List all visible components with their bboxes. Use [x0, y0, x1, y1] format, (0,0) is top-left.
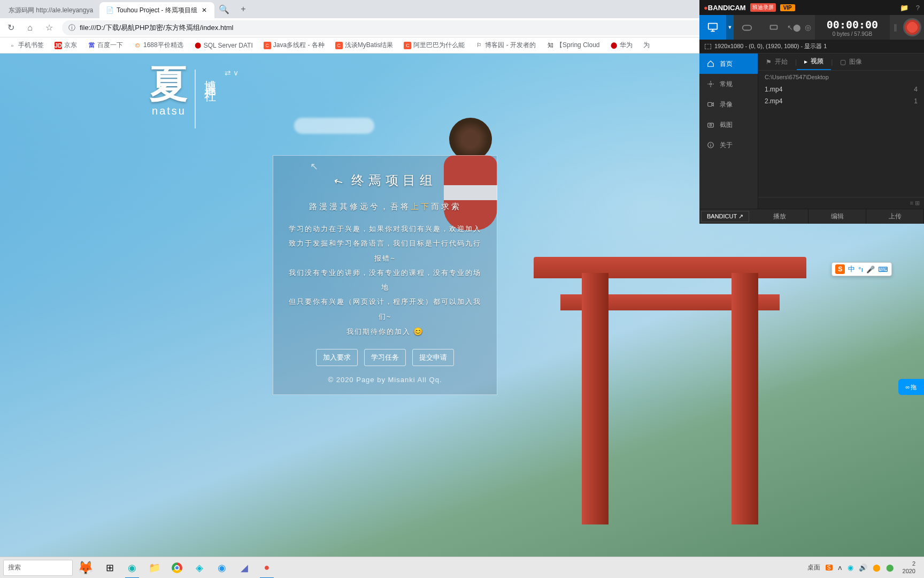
nav-about[interactable]: 关于: [699, 135, 758, 155]
play-button[interactable]: 播放: [751, 209, 808, 224]
browser-tab-1[interactable]: 东源码网 http://ale.leleyangya: [2, 2, 99, 18]
tray-network-icon[interactable]: ⬤: [873, 564, 881, 572]
bookmark-baidu[interactable]: 當 百度一下: [83, 39, 127, 52]
film-icon: ▸: [804, 58, 807, 65]
svg-point-5: [710, 83, 712, 85]
svg-rect-3: [743, 25, 752, 30]
taskbar-app2[interactable]: ◉: [211, 557, 233, 579]
reload-button[interactable]: ↻: [4, 21, 17, 34]
game-mode-button[interactable]: [734, 15, 760, 40]
tray-app-icon[interactable]: ◉: [848, 564, 853, 572]
bookmark-cnblogs[interactable]: ⚐ 博客园 - 开发者的: [471, 39, 540, 52]
edit-button[interactable]: 编辑: [808, 209, 866, 224]
keyboard-icon[interactable]: ⌨: [878, 265, 888, 273]
favorite-button[interactable]: ☆: [43, 21, 56, 34]
taskbar-clock[interactable]: 2 2020: [899, 560, 919, 574]
bytes-info: 0 bytes / 57.9GB: [833, 31, 873, 37]
taskbar-app1[interactable]: ◈: [188, 557, 211, 579]
record-icon: [903, 18, 921, 36]
svg-point-11: [710, 143, 711, 144]
home-button[interactable]: ⌂: [24, 21, 36, 34]
taskbar-app3[interactable]: ◢: [233, 557, 256, 579]
tray-volume-icon[interactable]: 🔊: [859, 564, 867, 572]
taskbar-360browser[interactable]: ◉: [121, 557, 143, 579]
site-logo: 夏 natsu 博麗神社 ⇄ ∨: [150, 64, 238, 128]
tray-security-icon[interactable]: ⬤: [886, 564, 894, 572]
join-requirements-button[interactable]: 加入要求: [316, 349, 358, 366]
link-icon: ∞: [906, 384, 910, 390]
hdmi-icon: [768, 21, 780, 33]
browser-tab-2[interactable]: 📄 Touhou Project - 终焉项目组 ✕: [99, 2, 214, 18]
learning-tasks-button[interactable]: 学习任务: [364, 349, 406, 366]
nav-screenshot[interactable]: 截图: [699, 115, 758, 135]
cursor-toggle[interactable]: ↖⬤: [787, 15, 801, 40]
upload-button[interactable]: 上传: [866, 209, 924, 224]
bandicam-logo: ●BANDICAM: [704, 4, 746, 12]
ime-punct[interactable]: °ı: [858, 265, 863, 273]
nav-record[interactable]: 录像: [699, 94, 758, 115]
gear-icon: [707, 80, 714, 88]
zhihu-icon: 知: [546, 42, 554, 49]
bookmark-huawei[interactable]: ⬤ 华为: [606, 39, 637, 52]
taskbar-chrome[interactable]: [166, 557, 188, 579]
bookmark-spring[interactable]: 知 【Spring Cloud: [542, 39, 604, 52]
file-row[interactable]: 1.mp4 4: [758, 83, 924, 95]
bookmark-mobile[interactable]: ▫ 手机书签: [4, 39, 48, 52]
bookmark-1688[interactable]: © 1688平价精选: [129, 39, 188, 52]
tray-desktop-label[interactable]: 桌面: [807, 563, 820, 572]
float-drag-button[interactable]: ∞ 拖: [898, 379, 924, 395]
display-info-bar[interactable]: 1920x1080 - (0, 0), (1920, 1080) - 显示器 1: [699, 40, 924, 54]
bandicam-titlebar[interactable]: ●BANDICAM 班迪录屏 VIP 📁 ?: [699, 0, 924, 15]
webcam-toggle[interactable]: ◎: [801, 15, 815, 40]
tab-start[interactable]: ⚑ 开始: [758, 54, 795, 70]
product-badge: 班迪录屏: [750, 3, 776, 12]
bookmark-java[interactable]: C Java多线程 - 各种: [259, 39, 329, 52]
sogou-icon: S: [835, 264, 845, 274]
new-tab-button[interactable]: +: [236, 2, 251, 17]
ime-lang[interactable]: 中: [848, 264, 855, 274]
bookmark-sql[interactable]: ⬤ SQL Server DATI: [190, 39, 257, 52]
screen-mode-button[interactable]: [699, 15, 726, 40]
mode-dropdown[interactable]: ▼: [726, 15, 734, 40]
bandicut-button[interactable]: BANDICUT ↗: [701, 211, 749, 222]
bookmark-jd[interactable]: JD 京东: [50, 39, 81, 52]
output-path[interactable]: C:\Users\67547\Desktop: [758, 71, 924, 83]
view-toggle[interactable]: ≡ ⊞: [758, 197, 924, 209]
mic-icon[interactable]: 🎤: [866, 265, 875, 273]
taskbar-explorer[interactable]: 📁: [143, 557, 166, 579]
logo-side-text: 博麗神社: [202, 71, 218, 83]
file-row[interactable]: 2.mp4 1: [758, 95, 924, 107]
url-text: file:///D:/下载/易航PHP加密/东方终焉组/index.html: [80, 23, 234, 33]
bandicam-window: ●BANDICAM 班迪录屏 VIP 📁 ? ▼ ↖⬤ ◎ 00:00:00 0…: [699, 0, 924, 224]
tab-video[interactable]: ▸ 视频: [797, 54, 831, 70]
huawei-icon: ⬤: [610, 42, 618, 49]
taskbar-search[interactable]: 搜索: [3, 560, 73, 576]
emoji-icon: 😊: [413, 327, 424, 336]
tray-sogou-icon[interactable]: S: [826, 565, 833, 571]
pause-button[interactable]: ‖: [890, 15, 900, 40]
card-buttons: 加入要求 学习任务 提交申请: [286, 349, 484, 366]
task-view-button[interactable]: ⊞: [98, 557, 121, 579]
tab-search-icon[interactable]: 🔍: [217, 2, 232, 17]
submit-application-button[interactable]: 提交申请: [412, 349, 454, 366]
tray-expand-icon[interactable]: ʌ: [838, 564, 842, 572]
bookmark-ali[interactable]: C 阿里巴巴为什么能: [399, 39, 469, 52]
close-icon[interactable]: ✕: [201, 6, 208, 14]
bookmark-more[interactable]: 为: [639, 39, 654, 52]
tab-title: 东源码网 http://ale.leleyangya: [9, 6, 93, 15]
nav-home[interactable]: 首页: [699, 54, 758, 74]
nav-general[interactable]: 常规: [699, 74, 758, 94]
device-mode-button[interactable]: [760, 15, 787, 40]
bookmark-mybatis[interactable]: C 浅谈MyBatis结果: [331, 39, 398, 52]
firefox-icon[interactable]: 🦊: [73, 557, 98, 579]
help-icon[interactable]: ?: [916, 4, 920, 12]
record-button[interactable]: [900, 15, 924, 40]
bandicam-footer: BANDICUT ↗ 播放 编辑 上传: [699, 209, 924, 224]
gamepad-icon: [741, 21, 753, 33]
logo-kanji: 夏: [150, 64, 188, 103]
ime-toolbar[interactable]: S 中 °ı 🎤 ⌨: [831, 262, 892, 276]
monitor-icon: [707, 21, 719, 33]
tab-image[interactable]: ▢ 图像: [833, 54, 869, 70]
folder-icon[interactable]: 📁: [900, 4, 908, 12]
taskbar-recorder[interactable]: ●: [256, 557, 278, 579]
